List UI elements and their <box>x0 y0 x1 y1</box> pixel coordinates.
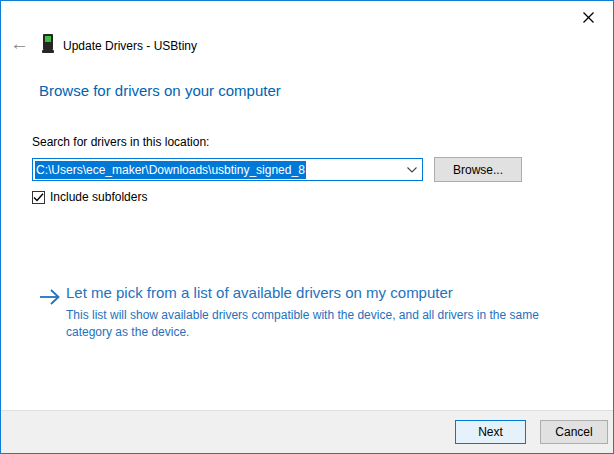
back-arrow-icon[interactable]: ← <box>10 34 29 54</box>
browse-button[interactable]: Browse... <box>434 157 522 182</box>
cancel-button[interactable]: Cancel <box>540 420 608 444</box>
pick-from-list-link[interactable]: Let me pick from a list of available dri… <box>66 284 453 301</box>
location-combobox[interactable]: C:\Users\ece_maker\Downloads\usbtiny_sig… <box>32 158 423 181</box>
page-title: Browse for drivers on your computer <box>39 82 281 99</box>
close-button[interactable] <box>571 5 605 29</box>
location-value[interactable]: C:\Users\ece_maker\Downloads\usbtiny_sig… <box>35 161 306 179</box>
location-label: Search for drivers in this location: <box>32 135 209 149</box>
include-subfolders-checkbox[interactable] <box>32 191 45 204</box>
right-arrow-icon <box>39 288 61 306</box>
update-drivers-dialog: ← Update Drivers - USBtiny Browse for dr… <box>0 0 614 454</box>
close-icon <box>583 12 594 23</box>
footer-bar: Next Cancel <box>1 410 613 453</box>
include-subfolders-label: Include subfolders <box>50 190 147 204</box>
next-button[interactable]: Next <box>455 420 526 444</box>
pick-from-list-description: This list will show available drivers co… <box>66 307 542 341</box>
combobox-dropdown-button[interactable] <box>402 160 421 179</box>
device-driver-icon <box>42 34 54 54</box>
include-subfolders-row[interactable]: Include subfolders <box>32 190 147 204</box>
window-title: Update Drivers - USBtiny <box>63 39 197 53</box>
checkmark-icon <box>33 193 44 202</box>
chevron-down-icon <box>407 167 417 173</box>
